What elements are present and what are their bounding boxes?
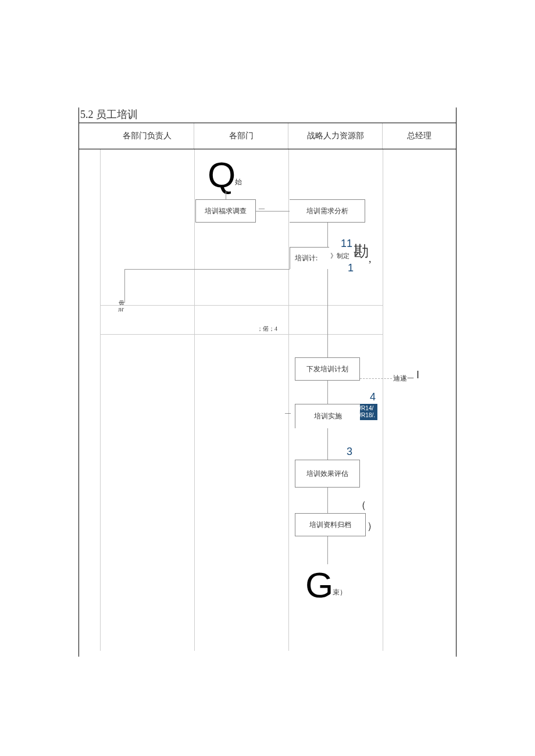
paren-close: ） (367, 519, 377, 533)
lane-divider (100, 149, 101, 651)
annotation-pipe: I (416, 369, 419, 381)
lane-divider (288, 149, 289, 651)
col-hr: 战略人力资源部 (288, 123, 383, 149)
connector-dash: — (285, 410, 291, 416)
connector-dashed (360, 378, 392, 379)
annotation-kan: 勘 (354, 241, 369, 261)
box-implement: 培训实施 (295, 404, 360, 428)
annotation-bei4: ；偌；4 (257, 325, 277, 333)
col-depts: 各部门 (194, 123, 288, 149)
annotation-3: 3 (347, 446, 352, 458)
box-survey: 培训福求调查 (195, 199, 256, 223)
annotation-mu: 毋 (119, 299, 124, 307)
horizontal-divider (100, 334, 383, 335)
swimlane-body: Q 始 培训福求调查 — 培训需求分析 培训计: 》制定 11 勘 , 1 毋 … (79, 149, 456, 651)
annotation-disui: 迪遂一 (393, 374, 414, 384)
annotation-comma: , (369, 253, 372, 265)
col-gm: 总经理 (383, 123, 456, 149)
paren-open: （ (356, 498, 366, 512)
lane-divider (383, 149, 383, 651)
connector (327, 536, 328, 564)
annotation-jh: JH' (118, 307, 124, 313)
lane-divider (194, 149, 195, 651)
end-terminator: G (305, 564, 333, 605)
connector (327, 488, 328, 513)
start-terminator: Q (208, 154, 236, 195)
box-archive: 培训资料归档 (295, 513, 366, 536)
connector (327, 428, 328, 460)
connector (226, 191, 226, 199)
swimlane-header: 各部门负责人 各部门 战略人力资源部 总经理 (79, 123, 456, 149)
horizontal-divider (100, 305, 383, 306)
section-title: 5.2 员工培训 (80, 108, 138, 121)
annotation-11: 11 (341, 238, 352, 250)
start-label: 始 (235, 177, 242, 187)
col-dept-leaders: 各部门负责人 (100, 123, 194, 149)
connector (124, 269, 290, 270)
box-distribute: 下发培训计划 (295, 357, 360, 381)
connector (327, 269, 328, 357)
end-label: 束） (333, 587, 347, 597)
connector (327, 381, 328, 404)
annotation-4: 4 (370, 391, 376, 403)
document-frame: 5.2 员工培训 各部门负责人 各部门 战略人力资源部 总经理 Q 始 培训福求… (79, 108, 456, 657)
connector-dash: — (259, 205, 265, 212)
connector (327, 223, 328, 247)
connector (124, 269, 125, 303)
annotation-1: 1 (348, 262, 354, 274)
plan-note: 》制定 (330, 252, 349, 260)
box-evaluate: 培训效果评估 (295, 460, 360, 488)
box-analysis: 培训需求分析 (290, 199, 365, 223)
box-plan: 培训计: (290, 247, 329, 269)
